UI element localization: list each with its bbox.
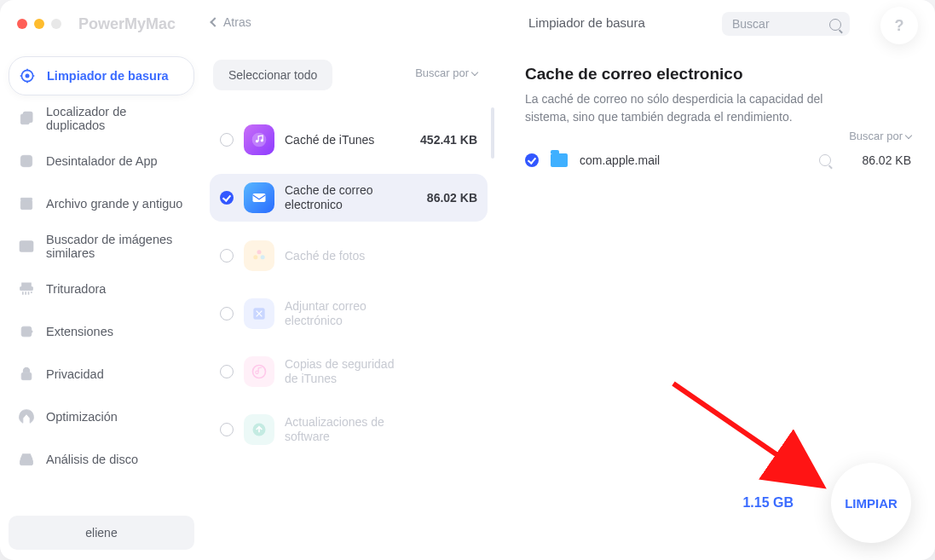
sidebar-item-dup[interactable]: Localizador de duplicados bbox=[9, 99, 194, 138]
mail-icon bbox=[244, 182, 274, 213]
close-window-icon[interactable] bbox=[17, 19, 27, 29]
category-label: Caché de iTunes bbox=[285, 133, 399, 147]
sidebar-item-lock[interactable]: Privacidad bbox=[9, 355, 194, 394]
category-label: Cache de correo electronico bbox=[285, 183, 399, 212]
ext-icon bbox=[17, 322, 36, 341]
category-size: 452.41 KB bbox=[409, 133, 477, 147]
file-row[interactable]: com.apple.mail 86.02 KB bbox=[525, 153, 911, 167]
user-account-button[interactable]: eliene bbox=[9, 516, 194, 550]
category-checkbox[interactable] bbox=[220, 191, 234, 205]
svg-rect-3 bbox=[24, 113, 32, 123]
svg-point-1 bbox=[26, 74, 30, 78]
search-icon bbox=[829, 19, 841, 31]
category-panel: Seleccionar todo Buscar por Caché de iTu… bbox=[203, 48, 493, 560]
category-item-photos[interactable]: Caché de fotos bbox=[210, 232, 488, 280]
sidebar-item-label: Optimización bbox=[46, 410, 118, 424]
sidebar-item-uninstall[interactable]: A Desintalador de App bbox=[9, 141, 194, 181]
clean-button[interactable]: LIMPIAR bbox=[831, 463, 911, 543]
chevron-down-icon bbox=[905, 131, 912, 138]
itunes-icon bbox=[244, 124, 274, 155]
reveal-in-finder-icon[interactable] bbox=[819, 154, 831, 166]
help-button[interactable]: ? bbox=[880, 7, 918, 44]
category-checkbox[interactable] bbox=[220, 423, 234, 436]
sidebar-item-label: Archivo grande y antiguo bbox=[46, 197, 182, 211]
category-item-attach[interactable]: Adjuntar correo electrónico bbox=[210, 290, 488, 338]
uninstall-icon: A bbox=[17, 152, 36, 170]
scan-icon bbox=[18, 66, 37, 85]
detail-description: La caché de correo no sólo desperdicia l… bbox=[525, 90, 823, 126]
app-title: PowerMyMac bbox=[78, 15, 176, 33]
svg-rect-7 bbox=[20, 198, 32, 200]
sidebar-item-label: Localizador de duplicados bbox=[46, 105, 186, 132]
total-size-label: 1.15 GB bbox=[742, 495, 794, 511]
svg-rect-12 bbox=[21, 372, 32, 379]
sidebar-item-label: Limpiador de basura bbox=[47, 69, 169, 83]
detail-title: Cache de correo electronico bbox=[525, 65, 911, 84]
category-checkbox[interactable] bbox=[220, 307, 234, 320]
dup-icon bbox=[17, 109, 36, 128]
user-name: eliene bbox=[85, 526, 117, 540]
question-icon: ? bbox=[895, 17, 904, 35]
disk-icon bbox=[17, 450, 36, 469]
opt-icon bbox=[17, 407, 36, 426]
category-label: Adjuntar correo electrónico bbox=[285, 299, 399, 328]
page-title: Limpiador de basura bbox=[528, 15, 645, 30]
back-label: Atras bbox=[223, 15, 251, 29]
category-label: Actualizaciones de software bbox=[285, 415, 399, 444]
svg-rect-16 bbox=[253, 193, 266, 202]
sidebar-item-scan[interactable]: Limpiador de basura bbox=[9, 56, 194, 95]
category-label: Caché de fotos bbox=[285, 249, 399, 263]
svg-point-17 bbox=[257, 250, 262, 254]
svg-point-15 bbox=[252, 133, 267, 147]
category-checkbox[interactable] bbox=[220, 365, 234, 378]
sidebar-item-label: Extensiones bbox=[46, 325, 113, 338]
sidebar-item-images[interactable]: Buscador de imágenes similares bbox=[9, 227, 194, 266]
maximize-window-icon bbox=[51, 19, 61, 29]
chevron-down-icon bbox=[471, 68, 478, 75]
category-checkbox[interactable] bbox=[220, 249, 234, 263]
category-item-mail[interactable]: Cache de correo electronico 86.02 KB bbox=[210, 174, 488, 222]
svg-point-21 bbox=[253, 366, 266, 378]
file-size: 86.02 KB bbox=[843, 153, 911, 167]
svg-point-19 bbox=[261, 255, 265, 259]
chevron-left-icon bbox=[210, 17, 219, 26]
file-name: com.apple.mail bbox=[580, 153, 807, 167]
svg-point-14 bbox=[30, 461, 32, 463]
svg-text:A: A bbox=[23, 155, 31, 166]
category-item-itunes[interactable]: Caché de iTunes 452.41 KB bbox=[210, 116, 488, 164]
sidebar-item-label: Privacidad bbox=[46, 367, 104, 381]
minimize-window-icon[interactable] bbox=[34, 19, 44, 29]
svg-rect-6 bbox=[20, 200, 32, 210]
category-label: Copias de seguridad de iTunes bbox=[285, 357, 399, 386]
sidebar: Limpiador de basura Localizador de dupli… bbox=[0, 48, 203, 560]
sidebar-item-label: Trituradora bbox=[46, 282, 106, 296]
select-all-button[interactable]: Seleccionar todo bbox=[213, 60, 332, 90]
sidebar-item-disk[interactable]: Análisis de disco bbox=[9, 440, 194, 479]
category-item-update[interactable]: Actualizaciones de software bbox=[210, 406, 488, 453]
back-button[interactable]: Atras bbox=[211, 15, 251, 29]
sidebar-item-label: Análisis de disco bbox=[46, 453, 138, 466]
update-icon bbox=[244, 414, 274, 445]
window-controls[interactable] bbox=[17, 19, 61, 29]
svg-point-18 bbox=[253, 255, 257, 259]
shredder-icon bbox=[17, 280, 36, 298]
folder-icon bbox=[551, 153, 568, 167]
sidebar-item-bigfile[interactable]: Archivo grande y antiguo bbox=[9, 184, 194, 223]
attach-icon bbox=[244, 298, 274, 329]
sidebar-item-label: Buscador de imágenes similares bbox=[46, 233, 186, 260]
lock-icon bbox=[17, 365, 36, 384]
sidebar-item-label: Desintalador de App bbox=[46, 154, 158, 168]
category-checkbox[interactable] bbox=[220, 133, 234, 147]
detail-panel: Cache de correo electronico La caché de … bbox=[493, 48, 935, 560]
sidebar-item-shredder[interactable]: Trituradora bbox=[9, 269, 194, 309]
images-icon bbox=[17, 237, 36, 256]
backup-icon bbox=[244, 356, 274, 387]
file-checkbox[interactable] bbox=[525, 153, 539, 167]
sidebar-item-ext[interactable]: Extensiones bbox=[9, 312, 194, 351]
bigfile-icon bbox=[17, 194, 36, 213]
sort-by-dropdown[interactable]: Buscar por bbox=[415, 66, 477, 79]
category-item-backup[interactable]: Copias de seguridad de iTunes bbox=[210, 348, 488, 395]
sidebar-item-opt[interactable]: Optimización bbox=[9, 397, 194, 436]
detail-sort-dropdown[interactable]: Buscar por bbox=[849, 130, 911, 142]
category-size: 86.02 KB bbox=[409, 191, 477, 205]
